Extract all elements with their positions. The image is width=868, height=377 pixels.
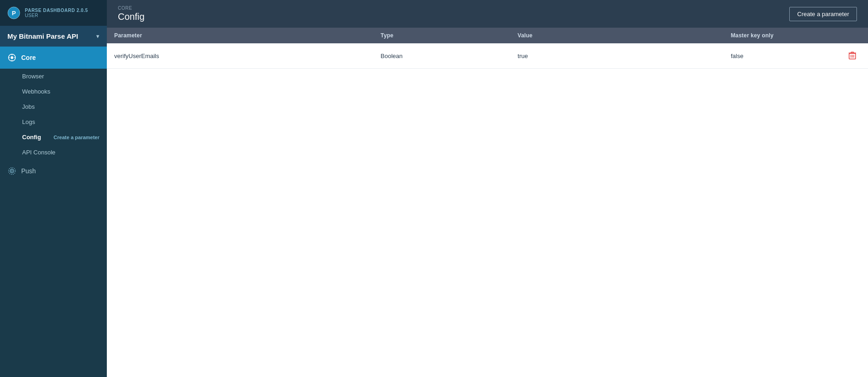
cell-type: Boolean (373, 43, 511, 69)
col-header-master-key: Master key only (723, 28, 838, 43)
svg-point-10 (12, 171, 13, 172)
sidebar-item-logs[interactable]: Logs (0, 114, 107, 130)
create-parameter-button[interactable]: Create a parameter (789, 7, 857, 21)
sidebar-header[interactable]: P PARSE DASHBOARD 2.0.5 USER (0, 0, 107, 26)
cell-parameter: verifyUserEmails (107, 43, 373, 69)
api-console-label: API Console (22, 149, 55, 156)
core-section: Core (0, 47, 107, 69)
sidebar-create-param-link[interactable]: Create a parameter (53, 135, 99, 140)
logs-label: Logs (22, 118, 35, 125)
app-chevron-icon: ▾ (96, 33, 99, 40)
sidebar-item-api-console[interactable]: API Console (0, 145, 107, 160)
col-header-type: Type (373, 28, 511, 43)
col-header-value: Value (510, 28, 723, 43)
svg-text:P: P (12, 10, 16, 17)
page-title: Config (118, 12, 145, 22)
app-name: My Bitnami Parse API (7, 32, 78, 40)
browser-label: Browser (22, 73, 44, 80)
sidebar-item-push[interactable]: Push (0, 160, 107, 182)
table-header-row: Parameter Type Value Master key only (107, 28, 868, 43)
table-row: verifyUserEmails Boolean true false (107, 43, 868, 69)
col-header-parameter: Parameter (107, 28, 373, 43)
core-sub-items: Browser Webhooks Jobs Logs Config Create… (0, 69, 107, 160)
table-container: Parameter Type Value Master key only ver… (107, 28, 868, 377)
jobs-label: Jobs (22, 103, 35, 110)
sidebar-item-core[interactable]: Core (0, 47, 107, 69)
sidebar-item-browser[interactable]: Browser (0, 69, 107, 84)
sidebar-item-webhooks[interactable]: Webhooks (0, 84, 107, 99)
cell-action (838, 43, 868, 69)
main-content: CORE Config Create a parameter Parameter… (107, 0, 868, 377)
sidebar: P PARSE DASHBOARD 2.0.5 USER My Bitnami … (0, 0, 107, 377)
sidebar-item-jobs[interactable]: Jobs (0, 99, 107, 114)
push-label: Push (21, 167, 36, 175)
main-header: CORE Config Create a parameter (107, 0, 868, 28)
svg-point-2 (11, 56, 13, 59)
col-header-action (838, 28, 868, 43)
core-icon (7, 53, 17, 62)
parse-user-label: USER (25, 13, 88, 18)
sidebar-item-config[interactable]: Config Create a parameter (0, 130, 107, 145)
sidebar-header-text: PARSE DASHBOARD 2.0.5 USER (25, 8, 88, 18)
app-name-section[interactable]: My Bitnami Parse API ▾ (0, 26, 107, 47)
webhooks-label: Webhooks (22, 88, 50, 95)
main-header-left: CORE Config (118, 6, 145, 22)
cell-master-key-only: false (723, 43, 838, 69)
config-label: Config (22, 134, 41, 141)
config-table: Parameter Type Value Master key only ver… (107, 28, 868, 69)
parse-logo: P (7, 6, 20, 19)
cell-value: true (510, 43, 723, 69)
breadcrumb: CORE (118, 6, 145, 11)
parse-dashboard-label: PARSE DASHBOARD 2.0.5 (25, 8, 88, 13)
push-icon (7, 166, 17, 176)
core-label: Core (21, 54, 36, 61)
delete-row-button[interactable] (845, 50, 860, 62)
sidebar-header-left: P PARSE DASHBOARD 2.0.5 USER (7, 6, 88, 19)
